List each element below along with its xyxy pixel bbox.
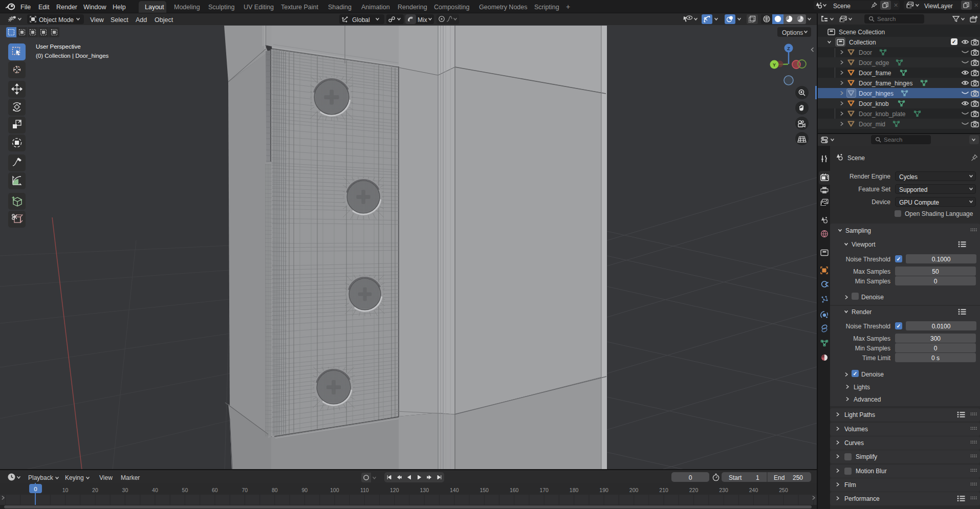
svg-text:Y: Y <box>773 62 776 68</box>
svg-text:Z: Z <box>787 46 790 51</box>
